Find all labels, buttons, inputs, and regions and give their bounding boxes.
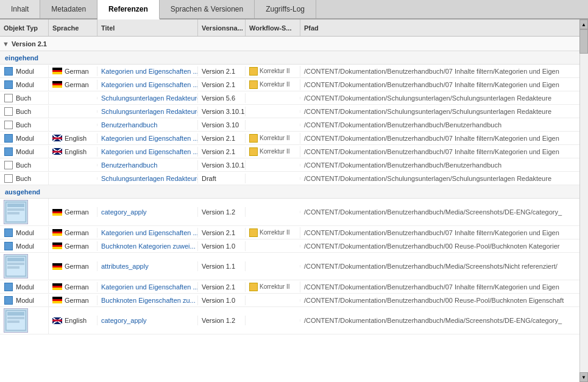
table-row: Modul German Buchknoten Eigenschaften zu… <box>0 294 588 307</box>
modul-icon <box>4 228 13 238</box>
cell-objtyp: Modul <box>0 240 49 252</box>
flag-de-icon <box>52 283 62 290</box>
table-row: Modul German Buchknoten Kategorien zuwei… <box>0 239 588 253</box>
svg-rect-14 <box>7 320 19 323</box>
cell-pfad: /CONTENT/Dokumentation/Benutzerhandbuch/… <box>300 160 588 170</box>
titel-link[interactable]: attributes_apply <box>101 263 149 270</box>
cell-workflow: Korrektur II <box>246 227 300 238</box>
cell-objtyp: Modul <box>0 65 49 77</box>
titel-link[interactable]: Schulungsunterlagen Redakteure <box>101 175 198 182</box>
titel-link[interactable]: Schulungsunterlagen Redakteure <box>101 94 198 102</box>
col-header-sprache: Sprache <box>49 19 97 36</box>
flag-en-icon <box>52 135 62 141</box>
titel-link[interactable]: Buchknoten Eigenschaften zu... <box>101 297 196 304</box>
table-body[interactable]: ▼ Version 2.1 eingehend Modul German Kat… <box>0 37 588 365</box>
cell-objtyp: Modul <box>0 146 49 158</box>
tab-inhalt[interactable]: Inhalt <box>0 0 40 18</box>
column-headers: Objekt Typ Sprache Titel Versionsna... W… <box>0 19 588 37</box>
flag-de-icon <box>52 229 62 236</box>
table-row: Buch Schulungsunterlagen Redakteure Vers… <box>0 105 588 118</box>
cell-version: Version 3.10 <box>198 120 246 130</box>
cell-pfad: /CONTENT/Dokumentation/Schulungsunterlag… <box>300 93 588 103</box>
modul-icon <box>4 282 13 292</box>
tab-zugriffs-log[interactable]: Zugriffs-Log <box>255 0 316 18</box>
cell-pfad: /CONTENT/Dokumentation/Benutzerhandbuch/… <box>300 316 588 325</box>
titel-link[interactable]: category_apply <box>101 317 147 324</box>
table-row: Modul German Kategorien und Eigenschafte… <box>0 78 588 91</box>
cell-titel: Benutzerhandbuch <box>97 120 198 130</box>
cell-sprache <box>49 110 97 113</box>
titel-link[interactable]: Buchknoten Kategorien zuwei... <box>101 242 196 250</box>
table-row: Modul English Kategorien und Eigenschaft… <box>0 145 588 158</box>
tab-sprachen-versionen[interactable]: Sprachen & Versionen <box>160 0 255 18</box>
cell-titel: Schulungsunterlagen Redakteure <box>97 93 198 103</box>
cell-pfad: /CONTENT/Dokumentation/Benutzerhandbuch/… <box>300 228 588 238</box>
cell-pfad: /CONTENT/Dokumentation/Schulungsunterlag… <box>300 174 588 183</box>
titel-link[interactable]: Kategorien und Eigenschaften ... <box>101 81 198 88</box>
modul-icon <box>4 133 13 143</box>
table-row: Modul German Kategorien und Eigenschafte… <box>0 65 588 78</box>
cell-pfad: /CONTENT/Dokumentation/Benutzerhandbuch/… <box>300 80 588 90</box>
cell-pfad: /CONTENT/Dokumentation/Schulungsunterlag… <box>300 107 588 116</box>
scrollbar-track[interactable]: ▲ ▼ <box>579 19 588 382</box>
version-header: ▼ Version 2.1 <box>0 37 588 51</box>
cell-workflow <box>246 299 300 302</box>
svg-rect-9 <box>7 266 19 269</box>
buch-icon <box>4 107 13 116</box>
tab-referenzen[interactable]: Referenzen <box>97 0 160 19</box>
flag-en-icon <box>52 148 62 155</box>
workflow-icon <box>249 228 258 237</box>
svg-rect-13 <box>7 317 24 319</box>
titel-link[interactable]: Kategorien und Eigenschaften ... <box>101 229 198 236</box>
cell-pfad: /CONTENT/Dokumentation/Benutzerhandbuch/… <box>300 120 588 130</box>
table-row: Modul German Kategorien und Eigenschafte… <box>0 226 588 239</box>
cell-version: Version 3.10.1 <box>198 107 246 116</box>
col-header-version: Versionsna... <box>198 19 246 36</box>
titel-link[interactable]: Benutzerhandbuch <box>101 121 157 129</box>
flag-de-icon <box>52 242 62 249</box>
scrollbar-up-button[interactable]: ▲ <box>579 19 588 29</box>
table-row: English category_apply Version 1.2 /CONT… <box>0 307 588 334</box>
modul-icon <box>4 80 13 90</box>
cell-titel: Kategorien und Eigenschaften ... <box>97 133 198 143</box>
table-row: German category_apply Version 1.2 /CONTE… <box>0 199 588 226</box>
tab-metadaten[interactable]: Metadaten <box>40 0 97 18</box>
titel-link[interactable]: Kategorien und Eigenschaften ... <box>101 135 198 142</box>
cell-titel: category_apply <box>97 207 198 217</box>
titel-link[interactable]: Kategorien und Eigenschaften ... <box>101 283 198 291</box>
buch-icon <box>4 160 13 170</box>
workflow-icon <box>249 147 258 156</box>
titel-link[interactable]: Kategorien und Eigenschaften ... <box>101 68 198 75</box>
titel-link[interactable]: category_apply <box>101 208 147 216</box>
cell-version: Version 1.1 <box>198 261 246 271</box>
cell-workflow <box>246 265 300 267</box>
cell-objtyp <box>0 253 49 280</box>
titel-link[interactable]: Schulungsunterlagen Redakteure <box>101 108 198 115</box>
cell-pfad: /CONTENT/Dokumentation/Benutzerhandbuch/… <box>300 241 588 251</box>
cell-objtyp: Modul <box>0 227 49 239</box>
flag-en-icon <box>52 317 62 324</box>
cell-workflow <box>246 177 300 180</box>
cell-version: Version 1.0 <box>198 295 246 305</box>
svg-rect-7 <box>7 258 24 261</box>
cell-objtyp: Buch <box>0 105 49 118</box>
cell-version: Version 2.1 <box>198 282 246 292</box>
scrollbar-down-button[interactable]: ▼ <box>579 372 588 382</box>
cell-titel: Schulungsunterlagen Redakteure <box>97 107 198 116</box>
cell-titel: Kategorien und Eigenschaften ... <box>97 147 198 157</box>
cell-sprache: German <box>49 282 97 292</box>
cell-pfad: /CONTENT/Dokumentation/Benutzerhandbuch/… <box>300 261 588 271</box>
table-row: Buch Benutzerhandbuch Version 3.10 /CONT… <box>0 118 588 132</box>
titel-link[interactable]: Kategorien und Eigenschaften ... <box>101 148 198 155</box>
titel-link[interactable]: Benutzerhandbuch <box>101 161 157 169</box>
cell-objtyp: Modul <box>0 79 49 91</box>
scrollbar-thumb[interactable] <box>579 29 588 54</box>
section-eingehend: eingehend <box>0 51 588 65</box>
flag-de-icon <box>52 81 62 88</box>
cell-sprache: English <box>49 133 97 143</box>
cell-titel: Kategorien und Eigenschaften ... <box>97 228 198 238</box>
col-header-objtyp: Objekt Typ <box>0 19 49 36</box>
tab-bar: Inhalt Metadaten Referenzen Sprachen & V… <box>0 0 588 19</box>
cell-workflow <box>246 124 300 126</box>
cell-sprache: German <box>49 80 97 90</box>
